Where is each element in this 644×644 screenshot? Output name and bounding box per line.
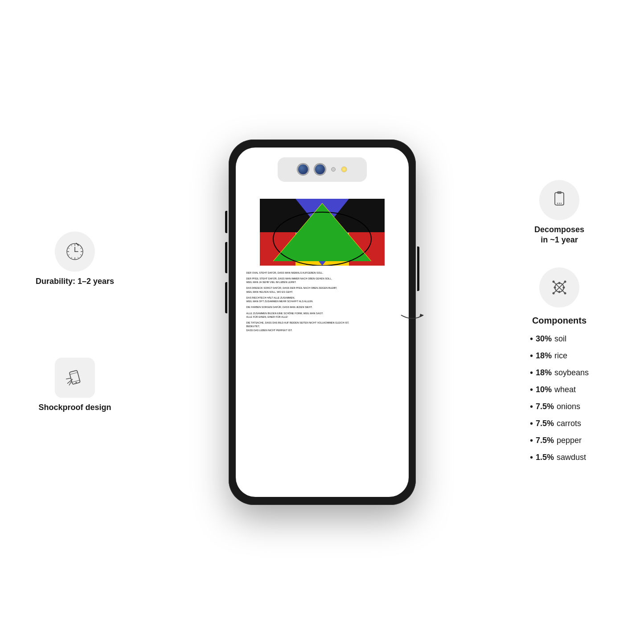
- svg-line-16: [71, 245, 72, 246]
- svg-point-52: [562, 287, 565, 289]
- components-title: Components: [530, 316, 589, 326]
- pct-sawdust: 1.5%: [536, 451, 554, 464]
- svg-line-23: [78, 257, 79, 258]
- bullet-rice: •: [530, 349, 533, 362]
- svg-point-49: [558, 282, 560, 284]
- pct-soil: 30%: [536, 333, 552, 345]
- name-rice: rice: [554, 350, 567, 362]
- svg-point-48: [564, 292, 566, 295]
- component-rice: • 18% rice: [530, 349, 567, 362]
- camera-lens-2: [314, 164, 326, 175]
- name-wheat: wheat: [554, 384, 576, 396]
- bullet-onions: •: [530, 400, 533, 413]
- clock-icon: [64, 240, 86, 263]
- shockproof-icon-bg: [55, 358, 95, 398]
- component-onions: • 7.5% onions: [530, 400, 580, 413]
- right-features: Decomposesin ~1 year Components •: [501, 180, 617, 464]
- pct-carrots: 7.5%: [536, 418, 554, 430]
- components-icon: [548, 276, 570, 299]
- components-icon-bg: [539, 267, 579, 308]
- volume-up-button: [225, 242, 227, 273]
- svg-line-27: [70, 373, 78, 375]
- svg-line-21: [80, 248, 82, 249]
- bullet-sawdust: •: [530, 451, 533, 464]
- component-pepper: • 7.5% pepper: [530, 434, 582, 447]
- shockproof-feature: Shockproof design: [39, 358, 111, 413]
- decomposes-label: Decomposesin ~1 year: [534, 225, 584, 246]
- pct-onions: 7.5%: [536, 401, 554, 413]
- svg-line-18: [68, 254, 70, 255]
- svg-point-39: [559, 204, 560, 205]
- decomposes-feature: Decomposesin ~1 year: [534, 180, 584, 246]
- name-pepper: pepper: [557, 435, 582, 447]
- name-soybeans: soybeans: [554, 367, 589, 379]
- svg-point-47: [552, 292, 554, 295]
- decomposes-icon-bg: [539, 180, 579, 220]
- component-soil: • 30% soil: [530, 332, 566, 345]
- name-soil: soil: [554, 333, 566, 345]
- decompose-icon: [548, 189, 570, 211]
- svg-line-31: [66, 378, 71, 379]
- bullet-soil: •: [530, 332, 533, 345]
- svg-point-37: [561, 202, 562, 203]
- german-text-block: DER OVAL STEHT DAFÜR, DASS MAN NIEMALS A…: [245, 271, 400, 332]
- camera-lens-1: [297, 164, 309, 175]
- bullet-soybeans: •: [530, 366, 533, 379]
- pct-pepper: 7.5%: [536, 435, 554, 447]
- pct-soybeans: 18%: [536, 367, 552, 379]
- svg-point-50: [558, 291, 560, 293]
- pct-wheat: 10%: [536, 384, 552, 396]
- camera-module: [278, 157, 367, 182]
- bullet-pepper: •: [530, 434, 533, 447]
- component-sawdust: • 1.5% sawdust: [530, 451, 586, 464]
- microphone-dot: [331, 167, 336, 172]
- component-carrots: • 7.5% carrots: [530, 417, 581, 430]
- name-sawdust: sawdust: [557, 451, 586, 464]
- volume-mute-button: [225, 211, 227, 233]
- svg-point-40: [561, 204, 562, 205]
- durability-feature: Durability: 1–2 years: [36, 231, 114, 286]
- svg-line-22: [80, 254, 82, 255]
- name-carrots: carrots: [557, 418, 581, 430]
- phone: DER OVAL STEHT DAFÜR, DASS MAN NIEMALS A…: [229, 139, 416, 505]
- screen-content: DER OVAL STEHT DAFÜR, DASS MAN NIEMALS A…: [236, 190, 409, 497]
- volume-down-button: [225, 282, 227, 313]
- bullet-wheat: •: [530, 383, 533, 396]
- left-features: Durability: 1–2 years Shockproof design: [36, 231, 114, 413]
- phone-shatter-icon: [64, 367, 86, 389]
- phone-screen: DER OVAL STEHT DAFÜR, DASS MAN NIEMALS A…: [236, 148, 409, 497]
- svg-line-19: [71, 257, 72, 258]
- shockproof-label: Shockproof design: [39, 402, 111, 413]
- durability-icon-bg: [55, 231, 95, 271]
- svg-point-35: [557, 202, 558, 203]
- svg-point-36: [559, 202, 560, 203]
- arrow-indicator: [399, 303, 426, 324]
- artwork-image: [260, 199, 385, 266]
- svg-point-45: [552, 281, 554, 283]
- svg-line-17: [68, 248, 70, 249]
- components-section: Components • 30% soil • 18% rice • 18% s…: [530, 267, 589, 464]
- power-button: [417, 246, 419, 291]
- svg-point-38: [557, 204, 558, 205]
- svg-point-46: [564, 281, 566, 283]
- durability-label: Durability: 1–2 years: [36, 276, 114, 286]
- name-onions: onions: [557, 401, 580, 413]
- component-wheat: • 10% wheat: [530, 383, 576, 396]
- bullet-carrots: •: [530, 417, 533, 430]
- phone-body: DER OVAL STEHT DAFÜR, DASS MAN NIEMALS A…: [229, 139, 416, 505]
- svg-point-51: [554, 287, 556, 289]
- pct-rice: 18%: [536, 350, 552, 362]
- camera-flash: [341, 166, 347, 172]
- component-soybeans: • 18% soybeans: [530, 366, 589, 379]
